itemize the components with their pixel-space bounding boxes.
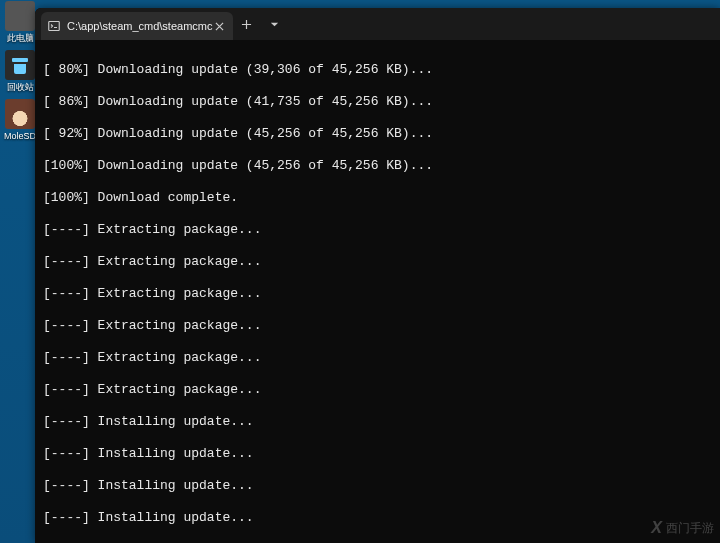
computer-icon — [5, 1, 35, 31]
svg-rect-0 — [49, 22, 60, 31]
desktop-icon-this-pc[interactable]: 此电脑 — [2, 1, 38, 44]
desktop-icon-recycle-bin[interactable]: 回收站 — [2, 50, 38, 93]
desktop-icon-label: 此电脑 — [2, 33, 38, 44]
desktop-icon-molesd[interactable]: MoleSD — [2, 99, 38, 142]
tab-title: C:\app\steam_cmd\steamcmc — [67, 20, 213, 32]
output-line: [ 80%] Downloading update (39,306 of 45,… — [43, 62, 712, 78]
terminal-icon — [47, 19, 61, 33]
output-line: [----] Extracting package... — [43, 318, 712, 334]
output-line: [ 92%] Downloading update (45,256 of 45,… — [43, 126, 712, 142]
output-line: [ 86%] Downloading update (41,735 of 45,… — [43, 94, 712, 110]
output-line: [----] Extracting package... — [43, 286, 712, 302]
new-tab-button[interactable] — [233, 10, 261, 38]
trash-icon — [5, 50, 35, 80]
output-line: [----] Installing update... — [43, 414, 712, 430]
output-line: [----] Installing update... — [43, 478, 712, 494]
output-line: [100%] Downloading update (45,256 of 45,… — [43, 158, 712, 174]
window-titlebar[interactable]: C:\app\steam_cmd\steamcmc — [35, 8, 720, 40]
output-line: [----] Extracting package... — [43, 222, 712, 238]
desktop-icon-label: 回收站 — [2, 82, 38, 93]
terminal-output[interactable]: [ 80%] Downloading update (39,306 of 45,… — [35, 40, 720, 543]
desktop: 此电脑 回收站 MoleSD C:\app\steam_cmd\steamcmc — [0, 0, 720, 543]
app-icon — [5, 99, 35, 129]
terminal-window: C:\app\steam_cmd\steamcmc [ 80%] Downloa… — [35, 8, 720, 543]
output-line: [----] Installing update... — [43, 446, 712, 462]
output-line: [----] Extracting package... — [43, 382, 712, 398]
output-line: [100%] Download complete. — [43, 190, 712, 206]
terminal-tab[interactable]: C:\app\steam_cmd\steamcmc — [41, 12, 233, 40]
close-tab-button[interactable] — [213, 19, 227, 33]
output-line: [----] Extracting package... — [43, 350, 712, 366]
output-line: [----] Installing update... — [43, 510, 712, 526]
output-line: [----] Extracting package... — [43, 254, 712, 270]
desktop-icon-label: MoleSD — [2, 131, 38, 142]
tab-dropdown-button[interactable] — [261, 10, 289, 38]
desktop-icons: 此电脑 回收站 MoleSD — [0, 0, 40, 148]
